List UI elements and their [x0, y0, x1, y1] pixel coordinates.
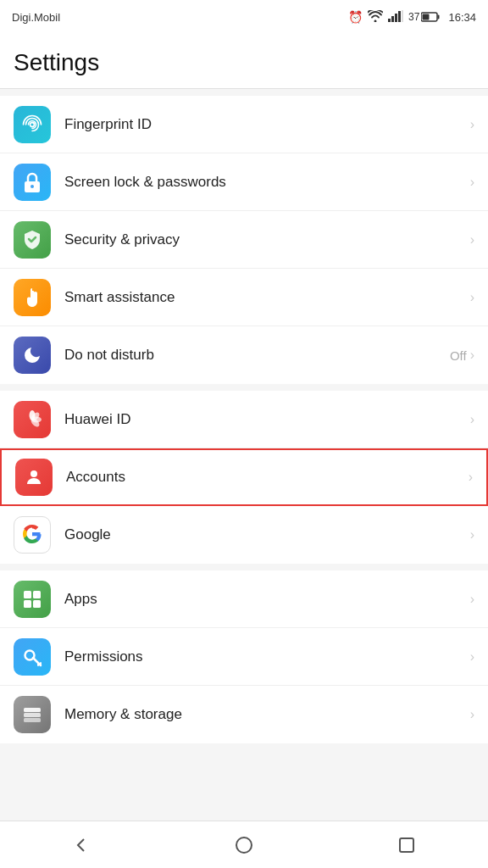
- permissions-label: Permissions: [64, 648, 470, 665]
- alarm-icon: ⏰: [348, 10, 363, 24]
- fingerprint-chevron: ›: [470, 117, 474, 132]
- svg-rect-18: [24, 600, 31, 608]
- donotdisturb-value: Off: [450, 348, 467, 363]
- donotdisturb-label: Do not disturb: [64, 347, 450, 364]
- svg-rect-26: [24, 718, 41, 722]
- svg-line-21: [33, 658, 41, 665]
- page-title: Settings: [14, 49, 99, 75]
- smart-icon: [14, 279, 51, 316]
- back-button[interactable]: [60, 824, 103, 866]
- memory-icon: [14, 696, 51, 733]
- fingerprint-label: Fingerprint ID: [64, 116, 470, 133]
- accounts-icon: [15, 459, 53, 496]
- settings-group-2: Huawei ID › Accounts ›: [0, 391, 488, 564]
- apps-chevron: ›: [470, 592, 474, 607]
- svg-rect-17: [33, 591, 41, 598]
- page-title-bar: Settings: [0, 34, 488, 89]
- permissions-item[interactable]: Permissions ›: [0, 628, 488, 686]
- svg-rect-2: [395, 14, 397, 22]
- svg-rect-28: [400, 838, 413, 852]
- accounts-item[interactable]: Accounts ›: [0, 448, 488, 506]
- wifi-icon: [368, 10, 383, 25]
- google-icon: [14, 516, 51, 554]
- donotdisturb-item[interactable]: Do not disturb Off ›: [0, 326, 488, 384]
- screenlock-item[interactable]: Screen lock & passwords ›: [0, 153, 488, 211]
- nav-bar: [0, 821, 488, 868]
- svg-rect-0: [388, 19, 391, 22]
- fingerprint-item[interactable]: Fingerprint ID ›: [0, 96, 488, 153]
- huaweiid-item[interactable]: Huawei ID ›: [0, 391, 488, 448]
- svg-point-27: [236, 837, 252, 853]
- memory-chevron: ›: [470, 707, 474, 722]
- smart-label: Smart assistance: [64, 289, 470, 306]
- svg-rect-4: [402, 10, 403, 22]
- svg-point-8: [30, 122, 35, 126]
- google-chevron: ›: [470, 527, 474, 542]
- apps-icon: [14, 581, 51, 618]
- svg-rect-6: [438, 15, 440, 19]
- status-bar: Digi.Mobil ⏰ 37: [0, 0, 488, 34]
- battery-percent: 37: [408, 11, 419, 23]
- smart-item[interactable]: Smart assistance ›: [0, 269, 488, 326]
- recents-button[interactable]: [385, 824, 428, 866]
- svg-rect-1: [391, 16, 394, 22]
- battery-indicator: 37: [408, 11, 440, 23]
- huaweiid-icon: [14, 401, 51, 438]
- security-icon: [14, 221, 51, 259]
- permissions-chevron: ›: [470, 649, 474, 665]
- apps-label: Apps: [64, 591, 470, 608]
- huaweiid-label: Huawei ID: [64, 411, 470, 428]
- home-button[interactable]: [223, 824, 265, 866]
- settings-group-1: Fingerprint ID › Screen lock & passwords…: [0, 96, 488, 384]
- time-label: 16:34: [448, 11, 476, 24]
- svg-rect-19: [33, 600, 41, 608]
- svg-rect-25: [24, 713, 41, 717]
- google-label: Google: [64, 526, 470, 543]
- donotdisturb-chevron: ›: [470, 348, 474, 363]
- accounts-label: Accounts: [66, 469, 469, 486]
- accounts-chevron: ›: [469, 470, 473, 485]
- memory-item[interactable]: Memory & storage ›: [0, 686, 488, 743]
- svg-point-10: [30, 185, 34, 188]
- donotdisturb-icon: [14, 337, 51, 374]
- signal-icon: [388, 10, 403, 25]
- google-item[interactable]: Google ›: [0, 506, 488, 564]
- memory-label: Memory & storage: [64, 706, 470, 723]
- carrier-label: Digi.Mobil: [12, 11, 60, 24]
- smart-chevron: ›: [470, 290, 474, 305]
- screenlock-icon: [14, 164, 51, 201]
- apps-item[interactable]: Apps ›: [0, 570, 488, 628]
- fingerprint-icon: [14, 106, 51, 143]
- permissions-icon: [14, 638, 51, 676]
- security-item[interactable]: Security & privacy ›: [0, 211, 488, 269]
- svg-point-15: [30, 470, 37, 477]
- security-label: Security & privacy: [64, 231, 470, 248]
- svg-rect-24: [24, 708, 41, 712]
- status-icons: ⏰ 37: [348, 10, 476, 25]
- svg-rect-3: [398, 11, 401, 22]
- svg-rect-16: [24, 591, 31, 598]
- security-chevron: ›: [470, 232, 474, 248]
- settings-group-3: Apps › Permissions ›: [0, 570, 488, 743]
- svg-rect-7: [423, 14, 430, 20]
- screenlock-chevron: ›: [470, 175, 474, 190]
- screenlock-label: Screen lock & passwords: [64, 174, 470, 191]
- huaweiid-chevron: ›: [470, 412, 474, 427]
